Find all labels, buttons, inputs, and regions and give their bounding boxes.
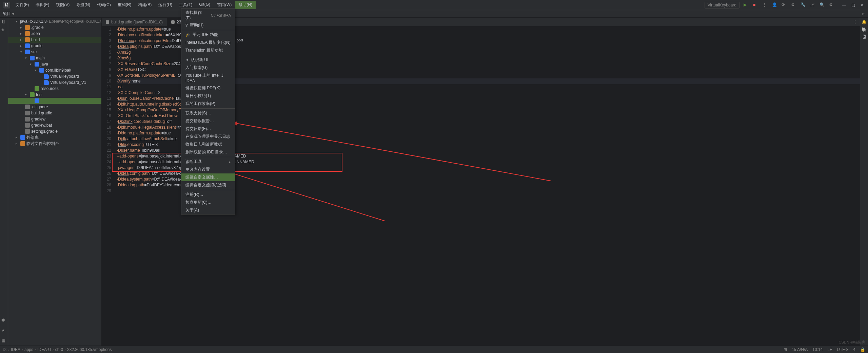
breadcrumb-seg-1[interactable]: IDEA xyxy=(11,347,20,352)
database-tool-icon[interactable]: 🗄 xyxy=(862,35,866,39)
menu-5[interactable]: 重构(R) xyxy=(114,1,135,9)
lock-icon[interactable]: 🔒 xyxy=(860,347,865,352)
stop-icon[interactable]: ■ xyxy=(753,2,758,8)
project-tool-label[interactable]: 项目 xyxy=(3,11,11,17)
chevron-icon[interactable]: ▾ xyxy=(16,20,17,23)
help-menu-item-3[interactable]: 🎓学习 IDE 功能 xyxy=(181,31,235,39)
help-menu-item-18[interactable]: 收集日志和诊断数据 xyxy=(181,141,235,148)
breadcrumb-seg-0[interactable]: D: xyxy=(3,347,7,352)
help-menu-item-26[interactable]: 注册(R)… xyxy=(181,191,235,199)
tree-row-13[interactable] xyxy=(8,98,101,104)
help-menu-item-7[interactable]: ✦认识新 UI xyxy=(181,56,235,64)
help-menu-item-21[interactable]: 诊断工具▸ xyxy=(181,158,235,166)
tree-row-12[interactable]: ▾test xyxy=(8,92,101,98)
structure-tool-icon[interactable]: ⬢ xyxy=(1,318,7,323)
status-spaces[interactable]: 4 xyxy=(853,347,855,352)
help-menu-item-17[interactable]: 在资源管理器中显示日志 xyxy=(181,133,235,141)
breadcrumb[interactable]: D:›IDEA›apps›IDEA-U›ch-0›232.8660.185.vm… xyxy=(3,347,112,352)
chevron-icon[interactable]: ▸ xyxy=(20,38,24,41)
minimize-icon[interactable]: — xyxy=(842,3,846,7)
run-icon[interactable]: ▶ xyxy=(744,2,749,8)
chevron-icon[interactable]: ▾ xyxy=(35,69,38,72)
help-menu-item-8[interactable]: 入门指南(G) xyxy=(181,64,235,72)
menu-10[interactable]: 窗口(W) xyxy=(214,1,235,9)
notifications-icon[interactable]: 🔔 xyxy=(862,20,867,24)
menu-3[interactable]: 导航(N) xyxy=(73,1,94,9)
menu-0[interactable]: 文件(F) xyxy=(12,1,32,9)
status-indent[interactable]: 15 Δ/N/A xyxy=(792,347,808,352)
tabs-more-icon[interactable]: ⋮ xyxy=(850,20,860,24)
tree-row-6[interactable]: ▾main xyxy=(8,55,101,61)
help-menu-item-22[interactable]: 更改内存设置 xyxy=(181,166,235,173)
breadcrumb-seg-2[interactable]: apps xyxy=(24,347,33,352)
chevron-icon[interactable]: ▾ xyxy=(30,62,33,66)
menu-1[interactable]: 编辑(E) xyxy=(32,1,53,9)
tree-row-10[interactable]: VirtualKeyboard_V1 xyxy=(8,79,101,86)
tree-row-7[interactable]: ▾java xyxy=(8,61,101,67)
tool-icon[interactable]: 🔧 xyxy=(801,2,806,8)
chevron-down-icon[interactable]: ▾ xyxy=(12,12,14,16)
menu-6[interactable]: 构建(B) xyxy=(135,1,155,9)
tree-row-1[interactable]: ▸.gradle xyxy=(8,24,101,31)
maximize-icon[interactable]: ▢ xyxy=(851,3,855,7)
help-menu-item-15[interactable]: 提交错误报告… xyxy=(181,117,235,125)
help-menu-item-4[interactable]: IntelliJ IDEA 最新变化(N) xyxy=(181,39,235,47)
menu-8[interactable]: 工具(T) xyxy=(176,1,196,9)
chevron-icon[interactable]: ▾ xyxy=(20,50,24,54)
help-menu-item-24[interactable]: 编辑自定义虚拟机选项… xyxy=(181,181,235,189)
breadcrumb-seg-3[interactable]: IDEA-U xyxy=(37,347,51,352)
gear-icon[interactable]: ⚙ xyxy=(829,2,834,8)
tree-row-3[interactable]: ▸build xyxy=(8,37,101,43)
status-position[interactable]: 10:14 xyxy=(812,347,823,352)
build-tool-icon[interactable]: ▦ xyxy=(1,338,7,343)
tree-row-20[interactable]: ▸临时文件和控制台 xyxy=(8,141,101,147)
breadcrumb-seg-4[interactable]: ch-0 xyxy=(55,347,63,352)
status-encoding[interactable]: UTF-8 xyxy=(837,347,848,352)
tree-row-18[interactable]: settings.gradle xyxy=(8,128,101,134)
tree-row-8[interactable]: ▾com.libin9ioak xyxy=(8,67,101,73)
tree-row-16[interactable]: gradlew xyxy=(8,116,101,122)
collapse-icon[interactable]: ⇤ xyxy=(862,12,865,16)
menu-4[interactable]: 代码(C) xyxy=(94,1,114,9)
user-icon[interactable]: 👤 xyxy=(772,2,777,8)
help-menu-item-1[interactable]: ?帮助(H) xyxy=(181,21,235,29)
menu-7[interactable]: 运行(U) xyxy=(155,1,176,9)
tree-row-9[interactable]: VirtualKeyboard xyxy=(8,73,101,79)
chevron-icon[interactable]: ▸ xyxy=(20,44,24,48)
tree-row-19[interactable]: ▸外部库 xyxy=(8,134,101,141)
chevron-icon[interactable]: ▸ xyxy=(20,26,24,29)
tree-row-2[interactable]: ▸.idea xyxy=(8,31,101,37)
tree-row-17[interactable]: gradlew.bat xyxy=(8,122,101,128)
help-menu-item-27[interactable]: 检查更新(C)… xyxy=(181,199,235,206)
tree-row-5[interactable]: ▾src xyxy=(8,49,101,55)
help-menu-item-0[interactable]: 查找操作(F)…Ctrl+Shift+A xyxy=(181,9,235,21)
run-config-selector[interactable]: VirtualKeyboard xyxy=(705,2,739,8)
tree-row-15[interactable]: build.gradle xyxy=(8,110,101,116)
help-menu-item-10[interactable]: 键盘快捷键 PDF(K) xyxy=(181,84,235,92)
help-menu-item-23[interactable]: 编辑自定义属性… xyxy=(181,173,235,181)
help-menu-item-12[interactable]: 我的工作效率(P) xyxy=(181,100,235,108)
tree-row-14[interactable]: .gitignore xyxy=(8,104,101,110)
chevron-icon[interactable]: ▾ xyxy=(25,56,28,60)
chevron-icon[interactable]: ▾ xyxy=(25,93,28,96)
project-tool-icon[interactable]: ◧ xyxy=(1,19,7,24)
menu-2[interactable]: 视图(V) xyxy=(53,1,73,9)
more-icon[interactable]: ⋮ xyxy=(763,2,768,8)
menu-9[interactable]: Git(G) xyxy=(196,1,214,9)
help-menu-item-19[interactable]: 删除残留的 IDE 目录… xyxy=(181,148,235,156)
search-icon[interactable]: 🔍 xyxy=(820,2,825,8)
menu-11[interactable]: 帮助(H) xyxy=(235,1,256,9)
editor-tab-0[interactable]: build.gradle (javaFx-JDK1.8) xyxy=(102,18,167,26)
help-menu-item-11[interactable]: 每日小技巧(T) xyxy=(181,92,235,100)
git-icon[interactable]: ⎇ xyxy=(810,2,815,8)
bookmarks-tool-icon[interactable]: ★ xyxy=(1,328,7,333)
commit-tool-icon[interactable]: ◈ xyxy=(1,27,7,33)
update-icon[interactable]: ⟳ xyxy=(782,2,787,8)
close-icon[interactable]: ✕ xyxy=(861,3,864,7)
help-menu-item-14[interactable]: 联系支持(S)… xyxy=(181,109,235,117)
help-menu-item-16[interactable]: 提交反馈(F)… xyxy=(181,125,235,133)
chevron-icon[interactable]: ▸ xyxy=(16,142,19,145)
help-menu-item-9[interactable]: YouTube 上的 IntelliJ IDEA xyxy=(181,72,235,84)
chevron-icon[interactable]: ▸ xyxy=(16,136,19,139)
breadcrumb-seg-5[interactable]: 232.8660.185.vmoptions xyxy=(67,347,112,352)
